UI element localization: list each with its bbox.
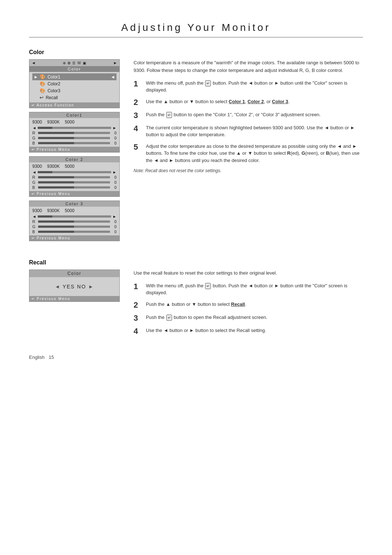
color1-text: Color 1 bbox=[229, 99, 245, 104]
slider-right: ► bbox=[113, 126, 117, 130]
step-number-2: 2 bbox=[134, 301, 142, 309]
no-label: NO bbox=[77, 284, 86, 289]
step-number-1: 1 bbox=[134, 80, 142, 88]
osd-recall-title: Color bbox=[29, 270, 119, 277]
footer-label: Previous Menu bbox=[37, 236, 70, 240]
footer-icon: ↵ bbox=[32, 192, 35, 196]
step-number-4: 4 bbox=[134, 124, 142, 133]
temp-5000: 5000 bbox=[65, 119, 74, 125]
b-track bbox=[38, 142, 110, 144]
osd-color3-footer: ↵ Previous Menu bbox=[29, 235, 119, 241]
step-item-1: 1 With the menu off, push the ↵ button. … bbox=[134, 80, 363, 94]
yes-left-tri: ◄ bbox=[55, 284, 61, 289]
color1-slider-arrow: ◄ ► bbox=[29, 125, 119, 130]
color3-r-row: R 0 bbox=[29, 219, 119, 224]
footer-icon: ↵ bbox=[32, 103, 35, 107]
step-text-r1: With the menu off, push the ↵ button. Pu… bbox=[146, 282, 363, 296]
color-right-col: Color temperature is a measure of the "w… bbox=[134, 59, 363, 245]
step-item-4: 4 The current color temperature is shown… bbox=[134, 124, 363, 138]
recall-left-col: Color ◄ YES NO ► ↵ Previous Menu bbox=[29, 270, 123, 340]
g-label: G bbox=[32, 224, 37, 229]
color-steps-list: 1 With the menu off, push the ↵ button. … bbox=[134, 80, 363, 164]
no-right-tri: ► bbox=[88, 284, 94, 289]
color3-main-track bbox=[38, 215, 111, 218]
r-label: R bbox=[32, 175, 37, 179]
slider-right: ► bbox=[113, 170, 117, 174]
enter-btn-icon: ↵ bbox=[205, 80, 211, 86]
color3-text: Color 3 bbox=[272, 99, 288, 104]
g-track bbox=[38, 181, 110, 183]
recall-section: Recall Color ◄ YES NO ► ↵ Previous Menu bbox=[29, 259, 363, 340]
osd-color1-footer: ↵ Previous Menu bbox=[29, 147, 119, 152]
osd-color1-temps: 9300 9300K 5000 bbox=[29, 118, 119, 125]
footer-label: Previous Menu bbox=[37, 192, 70, 196]
b-label: B bbox=[32, 141, 37, 145]
page-footer: English 15 bbox=[29, 355, 363, 360]
osd-main-titlebar: Color bbox=[29, 66, 119, 72]
r-val: 0 bbox=[111, 131, 117, 135]
slider-left: ◄ bbox=[32, 214, 36, 219]
g-val: 0 bbox=[111, 224, 117, 229]
item-arrow: ► bbox=[34, 74, 38, 80]
temp-5000: 5000 bbox=[65, 164, 74, 169]
footer-icon: ↵ bbox=[32, 236, 35, 240]
recall-intro: Use the recall feature to reset the colo… bbox=[134, 270, 363, 277]
step-item-3: 3 Push the ↵ button to open the "Color 1… bbox=[134, 111, 363, 120]
icon-brightness: ✿ bbox=[68, 61, 70, 65]
color-section: Color ◄ ⊕ ✿ ☰ W ▣ ► Color bbox=[29, 49, 363, 245]
temp-9300: 9300 bbox=[32, 164, 42, 169]
r-track bbox=[38, 176, 110, 178]
color-note: Note: Recall does not reset the color se… bbox=[134, 168, 363, 173]
osd-color3-title: Color 3 bbox=[29, 201, 119, 207]
slider-left: ◄ bbox=[32, 126, 36, 130]
step-text-r3: Push the ↵ button to open the Recall adj… bbox=[146, 314, 363, 321]
osd-nav-row: ◄ ⊕ ✿ ☰ W ▣ ► bbox=[29, 60, 119, 66]
slider-left: ◄ bbox=[32, 170, 36, 174]
g-track bbox=[38, 226, 110, 228]
recall-label: Recall bbox=[231, 301, 245, 307]
osd-item-recall: ► ↩ Recall bbox=[32, 94, 117, 101]
recall-step-3: 3 Push the ↵ button to open the Recall a… bbox=[134, 314, 363, 323]
osd-color1-box: Color1 9300 9300K 5000 ◄ ► R bbox=[29, 112, 120, 153]
color3-slider-arrow: ◄ ► bbox=[29, 214, 119, 219]
r-val: 0 bbox=[111, 175, 117, 179]
temp-9300k: 9300K bbox=[47, 208, 60, 213]
recall-step-4: 4 Use the ◄ button or ► button to select… bbox=[134, 327, 363, 336]
red-text: R bbox=[287, 150, 290, 156]
temp-9300k: 9300K bbox=[47, 119, 60, 125]
color1-main-track bbox=[38, 127, 111, 129]
step-text-3: Push the ↵ button to open the "Color 1",… bbox=[146, 111, 363, 118]
green-text: G bbox=[302, 150, 305, 156]
temp-9300: 9300 bbox=[32, 119, 42, 125]
slider-right: ► bbox=[113, 214, 117, 219]
recall-step-2: 2 Push the ▲ button or ▼ button to selec… bbox=[134, 301, 363, 309]
osd-color2-title: Color 2 bbox=[29, 157, 119, 162]
nav-left-arrow: ◄ bbox=[32, 61, 36, 65]
color2-text: Color 2 bbox=[248, 99, 264, 104]
icon-menu: ☰ bbox=[72, 61, 75, 65]
color2-r-row: R 0 bbox=[29, 175, 119, 180]
color1-b-row: B 0 bbox=[29, 141, 119, 146]
footer-icon: ↵ bbox=[32, 147, 35, 151]
osd-recall-footer: ↵ Previous Menu bbox=[29, 296, 119, 301]
step-text-4: The current color temperature is shown h… bbox=[146, 124, 363, 138]
r-label: R bbox=[32, 131, 37, 135]
recall-step-1: 1 With the menu off, push the ↵ button. … bbox=[134, 282, 363, 296]
g-label: G bbox=[32, 136, 37, 140]
osd-color3-temps: 9300 9300K 5000 bbox=[29, 207, 119, 214]
osd-nav-icons: ⊕ ✿ ☰ W ▣ bbox=[63, 61, 86, 65]
osd-color2-footer: ↵ Previous Menu bbox=[29, 191, 119, 197]
b-label: B bbox=[32, 230, 37, 234]
color-two-col: ◄ ⊕ ✿ ☰ W ▣ ► Color ► 🎨 Color1 bbox=[29, 59, 363, 245]
temp-9300k: 9300K bbox=[47, 164, 60, 169]
b-track bbox=[38, 231, 110, 233]
color2-icon: 🎨 bbox=[40, 81, 45, 86]
icon-w: W bbox=[77, 61, 81, 65]
color3-g-row: G 0 bbox=[29, 224, 119, 229]
footer-icon: ↵ bbox=[32, 297, 35, 301]
footer-label: Previous Menu bbox=[37, 147, 70, 151]
enter-btn-icon: ↵ bbox=[205, 283, 211, 289]
osd-item-color1: ► 🎨 Color1 ◄ bbox=[32, 73, 117, 80]
osd-item-color3: ► 🎨 Color3 bbox=[32, 87, 117, 94]
step-item-2: 2 Use the ▲ button or ▼ button to select… bbox=[134, 98, 363, 107]
